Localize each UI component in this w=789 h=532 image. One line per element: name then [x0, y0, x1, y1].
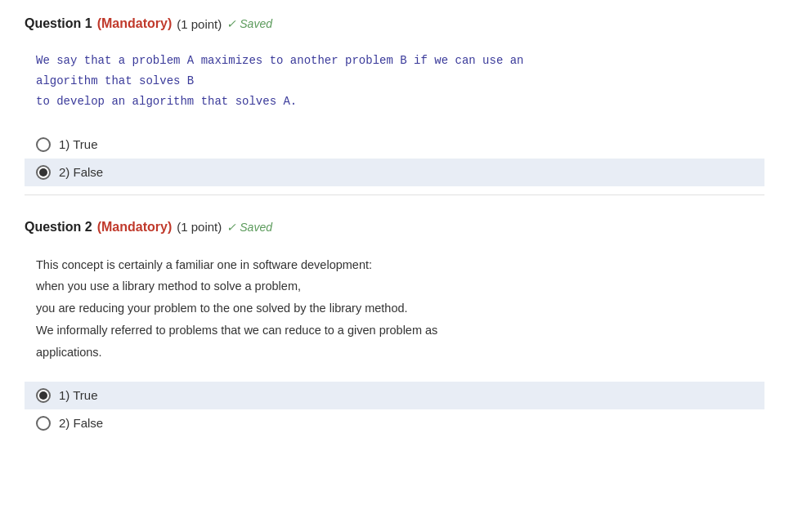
option-item-1[interactable]: 1) True — [25, 131, 764, 159]
question-header-2: Question 2(Mandatory)(1 point)✓ Saved — [25, 220, 764, 235]
body-line: We informally referred to problems that … — [36, 320, 753, 342]
points-label: (1 point) — [177, 220, 222, 234]
body-line: applications. — [36, 342, 753, 364]
option-label: 1) True — [59, 137, 98, 151]
check-icon: ✓ — [226, 17, 236, 30]
question-number: Question 1 — [25, 16, 92, 31]
radio-button[interactable] — [36, 137, 51, 152]
question-block-2: Question 2(Mandatory)(1 point)✓ SavedThi… — [25, 220, 764, 437]
question-number: Question 2 — [25, 220, 92, 235]
question-body: We say that a problem A maximizes to ano… — [25, 42, 764, 121]
code-text: We say that a problem A maximizes to ano… — [36, 54, 524, 67]
body-line: to develop an algorithm that solves A. — [36, 92, 753, 112]
check-icon: ✓ — [226, 221, 236, 234]
option-item-2[interactable]: 2) False — [25, 159, 764, 186]
mandatory-label: (Mandatory) — [97, 16, 173, 31]
radio-inner-dot — [39, 168, 47, 177]
radio-button[interactable] — [36, 165, 51, 180]
option-label: 1) True — [59, 388, 98, 402]
body-line: you are reducing your problem to the one… — [36, 297, 753, 320]
body-line: algorithm that solves B — [36, 71, 753, 92]
saved-label: ✓ Saved — [226, 17, 272, 30]
option-label: 2) False — [59, 416, 103, 430]
question-body: This concept is certainly a familiar one… — [25, 246, 764, 372]
question-header-1: Question 1(Mandatory)(1 point)✓ Saved — [25, 16, 764, 31]
radio-inner-dot — [39, 391, 47, 400]
options-list: 1) True2) False — [25, 131, 764, 186]
mandatory-label: (Mandatory) — [97, 220, 173, 235]
options-list: 1) True2) False — [25, 382, 764, 437]
option-item-2[interactable]: 2) False — [25, 409, 764, 437]
saved-label: ✓ Saved — [226, 221, 272, 234]
body-line: when you use a library method to solve a… — [36, 275, 753, 297]
code-text: algorithm that solves B — [36, 74, 194, 87]
question-block-1: Question 1(Mandatory)(1 point)✓ SavedWe … — [25, 16, 764, 195]
points-label: (1 point) — [177, 17, 222, 31]
section-divider — [25, 194, 764, 195]
body-line: This concept is certainly a familiar one… — [36, 254, 753, 276]
radio-button[interactable] — [36, 388, 51, 403]
option-label: 2) False — [59, 165, 103, 179]
option-item-1[interactable]: 1) True — [25, 382, 764, 409]
body-line: We say that a problem A maximizes to ano… — [36, 51, 753, 71]
radio-button[interactable] — [36, 416, 51, 431]
code-text: to develop an algorithm that solves A. — [36, 95, 297, 108]
